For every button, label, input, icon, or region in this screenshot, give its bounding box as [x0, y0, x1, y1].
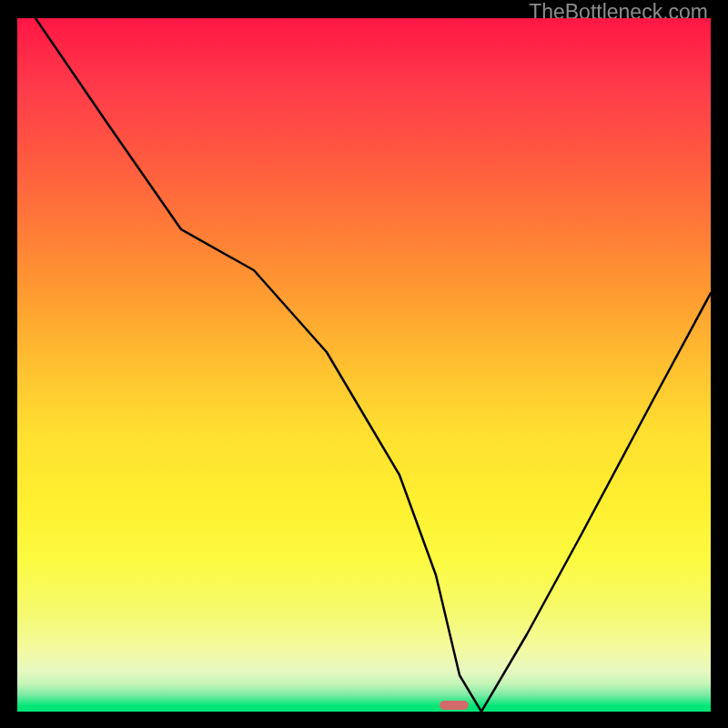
plot-area [17, 18, 711, 712]
chart-container: TheBottleneck.com [0, 0, 728, 728]
bottleneck-curve [17, 18, 711, 712]
optimal-marker [440, 701, 469, 710]
